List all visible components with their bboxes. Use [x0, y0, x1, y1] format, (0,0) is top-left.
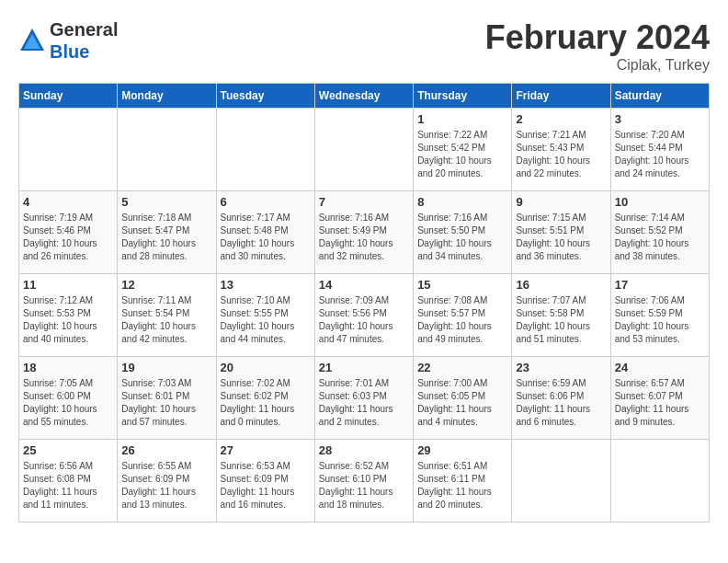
logo-text: General Blue [50, 18, 118, 63]
calendar-cell [216, 109, 314, 191]
day-info: Sunrise: 7:21 AM Sunset: 5:43 PM Dayligh… [516, 129, 606, 180]
day-info: Sunrise: 7:01 AM Sunset: 6:03 PM Dayligh… [319, 377, 409, 429]
day-number: 21 [319, 361, 409, 374]
day-info: Sunrise: 7:08 AM Sunset: 5:57 PM Dayligh… [417, 294, 507, 346]
day-number: 28 [319, 443, 409, 457]
day-number: 6 [221, 195, 311, 209]
day-number: 27 [221, 443, 311, 457]
day-info: Sunrise: 7:03 AM Sunset: 6:01 PM Dayligh… [121, 377, 211, 429]
calendar-cell: 11Sunrise: 7:12 AM Sunset: 5:53 PM Dayli… [19, 274, 118, 357]
day-info: Sunrise: 7:02 AM Sunset: 6:02 PM Dayligh… [221, 377, 311, 429]
calendar-cell: 7Sunrise: 7:16 AM Sunset: 5:49 PM Daylig… [314, 191, 413, 274]
day-number: 16 [516, 278, 606, 292]
calendar-cell: 6Sunrise: 7:17 AM Sunset: 5:48 PM Daylig… [216, 191, 314, 274]
day-info: Sunrise: 7:05 AM Sunset: 6:00 PM Dayligh… [23, 377, 113, 429]
day-info: Sunrise: 7:15 AM Sunset: 5:51 PM Dayligh… [516, 212, 606, 263]
calendar-cell: 26Sunrise: 6:55 AM Sunset: 6:09 PM Dayli… [118, 440, 216, 523]
weekday-header-row: SundayMondayTuesdayWednesdayThursdayFrid… [19, 84, 710, 109]
calendar-week-2: 4Sunrise: 7:19 AM Sunset: 5:46 PM Daylig… [19, 191, 710, 274]
calendar-week-5: 25Sunrise: 6:56 AM Sunset: 6:08 PM Dayli… [19, 440, 710, 523]
weekday-header-wednesday: Wednesday [314, 84, 413, 109]
day-number: 22 [417, 361, 507, 374]
day-number: 1 [417, 112, 507, 126]
calendar-cell [314, 109, 413, 191]
weekday-header-tuesday: Tuesday [216, 84, 314, 109]
month-title: February 2024 [485, 18, 710, 57]
calendar-cell: 27Sunrise: 6:53 AM Sunset: 6:09 PM Dayli… [216, 440, 314, 523]
calendar-cell: 28Sunrise: 6:52 AM Sunset: 6:10 PM Dayli… [314, 440, 413, 523]
day-info: Sunrise: 7:16 AM Sunset: 5:50 PM Dayligh… [417, 212, 507, 263]
calendar-week-4: 18Sunrise: 7:05 AM Sunset: 6:00 PM Dayli… [19, 357, 710, 440]
location: Ciplak, Turkey [485, 57, 710, 74]
day-info: Sunrise: 7:17 AM Sunset: 5:48 PM Dayligh… [221, 212, 311, 263]
day-info: Sunrise: 7:12 AM Sunset: 5:53 PM Dayligh… [23, 294, 113, 346]
day-info: Sunrise: 7:09 AM Sunset: 5:56 PM Dayligh… [319, 294, 409, 346]
day-info: Sunrise: 7:16 AM Sunset: 5:49 PM Dayligh… [319, 212, 409, 263]
calendar-week-3: 11Sunrise: 7:12 AM Sunset: 5:53 PM Dayli… [19, 274, 710, 357]
day-number: 19 [121, 361, 211, 374]
weekday-header-sunday: Sunday [19, 84, 118, 109]
day-number: 9 [516, 195, 606, 209]
day-number: 18 [23, 361, 113, 374]
day-info: Sunrise: 7:22 AM Sunset: 5:42 PM Dayligh… [417, 129, 507, 180]
day-info: Sunrise: 6:57 AM Sunset: 6:07 PM Dayligh… [615, 377, 705, 429]
calendar-cell: 10Sunrise: 7:14 AM Sunset: 5:52 PM Dayli… [610, 191, 709, 274]
day-info: Sunrise: 7:10 AM Sunset: 5:55 PM Dayligh… [221, 294, 311, 346]
weekday-header-thursday: Thursday [414, 84, 512, 109]
calendar-cell: 16Sunrise: 7:07 AM Sunset: 5:58 PM Dayli… [512, 274, 610, 357]
day-number: 8 [417, 195, 507, 209]
day-number: 7 [319, 195, 409, 209]
calendar-cell: 12Sunrise: 7:11 AM Sunset: 5:54 PM Dayli… [118, 274, 216, 357]
weekday-header-monday: Monday [118, 84, 216, 109]
day-number: 29 [417, 443, 507, 457]
logo-blue-text: Blue [50, 40, 118, 63]
calendar-week-1: 1Sunrise: 7:22 AM Sunset: 5:42 PM Daylig… [19, 109, 710, 191]
day-info: Sunrise: 7:14 AM Sunset: 5:52 PM Dayligh… [615, 212, 705, 263]
day-info: Sunrise: 7:19 AM Sunset: 5:46 PM Dayligh… [23, 212, 113, 263]
calendar-cell: 8Sunrise: 7:16 AM Sunset: 5:50 PM Daylig… [414, 191, 512, 274]
calendar-cell [19, 109, 118, 191]
page-header: General Blue February 2024 Ciplak, Turke… [18, 18, 710, 74]
logo-general-text: General [50, 18, 118, 40]
calendar-cell [610, 440, 709, 523]
calendar-cell: 21Sunrise: 7:01 AM Sunset: 6:03 PM Dayli… [314, 357, 413, 440]
day-info: Sunrise: 6:53 AM Sunset: 6:09 PM Dayligh… [221, 460, 311, 511]
day-info: Sunrise: 7:18 AM Sunset: 5:47 PM Dayligh… [121, 212, 211, 263]
day-number: 14 [319, 278, 409, 292]
weekday-header-saturday: Saturday [610, 84, 709, 109]
calendar-cell: 20Sunrise: 7:02 AM Sunset: 6:02 PM Dayli… [216, 357, 314, 440]
calendar-cell: 9Sunrise: 7:15 AM Sunset: 5:51 PM Daylig… [512, 191, 610, 274]
day-info: Sunrise: 6:55 AM Sunset: 6:09 PM Dayligh… [121, 460, 211, 511]
weekday-header-friday: Friday [512, 84, 610, 109]
day-number: 17 [615, 278, 705, 292]
day-info: Sunrise: 7:07 AM Sunset: 5:58 PM Dayligh… [516, 294, 606, 346]
day-number: 4 [23, 195, 113, 209]
calendar-cell: 13Sunrise: 7:10 AM Sunset: 5:55 PM Dayli… [216, 274, 314, 357]
calendar-cell: 18Sunrise: 7:05 AM Sunset: 6:00 PM Dayli… [19, 357, 118, 440]
calendar-cell: 2Sunrise: 7:21 AM Sunset: 5:43 PM Daylig… [512, 109, 610, 191]
day-number: 3 [615, 112, 705, 126]
calendar-table: SundayMondayTuesdayWednesdayThursdayFrid… [18, 83, 710, 523]
day-info: Sunrise: 7:00 AM Sunset: 6:05 PM Dayligh… [417, 377, 507, 429]
title-block: February 2024 Ciplak, Turkey [485, 18, 710, 74]
calendar-cell [118, 109, 216, 191]
day-number: 5 [121, 195, 211, 209]
day-info: Sunrise: 6:59 AM Sunset: 6:06 PM Dayligh… [516, 377, 606, 429]
calendar-cell: 14Sunrise: 7:09 AM Sunset: 5:56 PM Dayli… [314, 274, 413, 357]
day-number: 2 [516, 112, 606, 126]
day-number: 20 [221, 361, 311, 374]
day-number: 24 [615, 361, 705, 374]
logo: General Blue [18, 18, 118, 63]
calendar-cell: 4Sunrise: 7:19 AM Sunset: 5:46 PM Daylig… [19, 191, 118, 274]
day-info: Sunrise: 7:20 AM Sunset: 5:44 PM Dayligh… [615, 129, 705, 180]
calendar-cell: 5Sunrise: 7:18 AM Sunset: 5:47 PM Daylig… [118, 191, 216, 274]
day-info: Sunrise: 7:06 AM Sunset: 5:59 PM Dayligh… [615, 294, 705, 346]
day-number: 13 [221, 278, 311, 292]
calendar-cell: 3Sunrise: 7:20 AM Sunset: 5:44 PM Daylig… [610, 109, 709, 191]
calendar-cell: 29Sunrise: 6:51 AM Sunset: 6:11 PM Dayli… [414, 440, 512, 523]
calendar-cell: 24Sunrise: 6:57 AM Sunset: 6:07 PM Dayli… [610, 357, 709, 440]
calendar-cell [512, 440, 610, 523]
calendar-cell: 15Sunrise: 7:08 AM Sunset: 5:57 PM Dayli… [414, 274, 512, 357]
calendar-cell: 22Sunrise: 7:00 AM Sunset: 6:05 PM Dayli… [414, 357, 512, 440]
logo-icon [18, 27, 46, 54]
